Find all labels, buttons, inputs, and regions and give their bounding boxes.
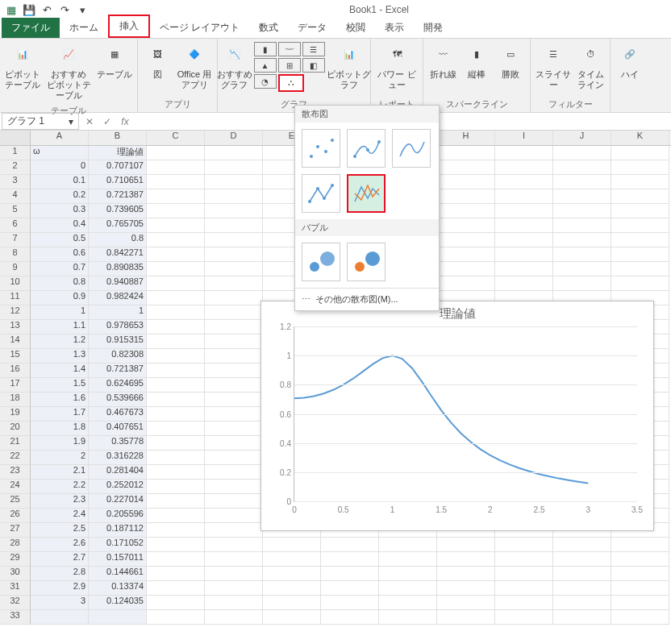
cell-B10[interactable]: 0.940887 [89,276,147,291]
cell-D17[interactable] [205,378,263,393]
scatter-smooth-markers-option[interactable] [347,129,386,168]
row-header-13[interactable]: 13 [0,320,31,334]
undo-button[interactable]: ↶ [39,2,55,18]
cell-C16[interactable] [147,364,205,378]
cell-D25[interactable] [205,494,263,509]
cell-E31[interactable] [263,581,321,596]
cell-B9[interactable]: 0.890835 [89,262,147,276]
recommended-charts-button[interactable]: 📉おすすめグラフ [215,40,254,92]
cell-F31[interactable] [321,581,379,596]
cell-F28[interactable] [321,538,379,552]
cell-I28[interactable] [495,538,553,552]
cell-J7[interactable] [553,233,611,247]
cell-K29[interactable] [611,552,669,567]
row-header-26[interactable]: 26 [0,509,31,523]
cell-D7[interactable] [205,233,263,247]
cell-C20[interactable] [147,422,205,436]
cell-C11[interactable] [147,291,205,305]
cell-C26[interactable] [147,509,205,523]
bubble-option[interactable] [302,243,340,281]
cell-H31[interactable] [437,581,495,596]
combo-chart-button[interactable]: ◧ [302,58,325,73]
cell-G29[interactable] [379,552,437,567]
cell-D14[interactable] [205,334,263,349]
qat-customize[interactable]: ▾ [74,2,90,18]
cell-I30[interactable] [495,567,553,581]
tab-formulas[interactable]: 数式 [249,18,288,38]
cell-G31[interactable] [379,581,437,596]
row-header-6[interactable]: 6 [0,218,31,233]
cell-C5[interactable] [147,204,205,218]
cell-F33[interactable] [321,610,379,625]
cell-K3[interactable] [611,175,669,189]
tab-data[interactable]: データ [288,18,336,38]
stock-chart-button[interactable]: ⊞ [278,58,301,73]
cell-B13[interactable]: 0.978653 [89,320,147,334]
col-header-D[interactable]: D [205,131,263,145]
cell-K7[interactable] [611,233,669,247]
row-header-9[interactable]: 9 [0,262,31,276]
row-header-27[interactable]: 27 [0,523,31,538]
cell-D12[interactable] [205,305,263,320]
cell-A24[interactable]: 2.2 [31,480,89,494]
cell-I4[interactable] [495,189,553,204]
cell-A28[interactable]: 2.6 [31,538,89,552]
timeline-button[interactable]: ⏱タイムライン [574,40,606,92]
cell-E29[interactable] [263,552,321,567]
cell-D5[interactable] [205,204,263,218]
cell-A21[interactable]: 1.9 [31,436,89,451]
cell-A8[interactable]: 0.6 [31,247,89,262]
cell-D29[interactable] [205,552,263,567]
cell-A5[interactable]: 0.3 [31,204,89,218]
cell-H33[interactable] [437,610,495,625]
col-header-C[interactable]: C [147,131,205,145]
slicer-button[interactable]: ☰スライサー [534,40,573,92]
cell-E33[interactable] [263,610,321,625]
row-header-2[interactable]: 2 [0,160,31,175]
table-button[interactable]: ▦テーブル [95,40,134,81]
tab-file[interactable]: ファイル [2,18,60,38]
cell-I33[interactable] [495,610,553,625]
cell-C6[interactable] [147,218,205,233]
cell-I1[interactable] [495,146,553,160]
cell-D16[interactable] [205,364,263,378]
cell-C31[interactable] [147,581,205,596]
cell-A23[interactable]: 2.1 [31,465,89,480]
row-header-10[interactable]: 10 [0,276,31,291]
tab-insert[interactable]: 挿入 [108,15,150,38]
cell-K31[interactable] [611,581,669,596]
column-chart-button[interactable]: ▮ [254,42,277,56]
cell-A22[interactable]: 2 [31,451,89,465]
cell-C28[interactable] [147,538,205,552]
cell-G33[interactable] [379,610,437,625]
cell-A30[interactable]: 2.8 [31,567,89,581]
cell-F32[interactable] [321,596,379,610]
cell-K2[interactable] [611,160,669,175]
cell-D18[interactable] [205,393,263,407]
scatter-chart-button[interactable]: ∴ [278,74,304,92]
cell-H8[interactable] [437,247,495,262]
sparkline-column-button[interactable]: ▮縦棒 [461,40,493,81]
row-header-31[interactable]: 31 [0,581,31,596]
row-header-16[interactable]: 16 [0,364,31,378]
cell-A7[interactable]: 0.5 [31,233,89,247]
more-scatter-option[interactable]: ⋯その他の散布図(M)... [295,288,439,310]
col-header-I[interactable]: I [495,131,553,145]
scatter-markers-option[interactable] [302,129,340,168]
cell-A25[interactable]: 2.3 [31,494,89,509]
tab-page-layout[interactable]: ページ レイアウト [150,18,249,38]
cell-D6[interactable] [205,218,263,233]
cell-C3[interactable] [147,175,205,189]
cell-B26[interactable]: 0.205596 [89,509,147,523]
cell-B32[interactable]: 0.124035 [89,596,147,610]
cell-B19[interactable]: 0.467673 [89,407,147,422]
enter-formula-button[interactable]: ✓ [98,116,116,127]
cell-A13[interactable]: 1.1 [31,320,89,334]
cell-A19[interactable]: 1.7 [31,407,89,422]
cell-A16[interactable]: 1.4 [31,364,89,378]
cell-A29[interactable]: 2.7 [31,552,89,567]
cell-I32[interactable] [495,596,553,610]
cell-B30[interactable]: 0.144661 [89,567,147,581]
chart-object[interactable]: 理論値 00.20.40.60.811.200.511.522.533.5 [260,301,654,531]
cell-J28[interactable] [553,538,611,552]
